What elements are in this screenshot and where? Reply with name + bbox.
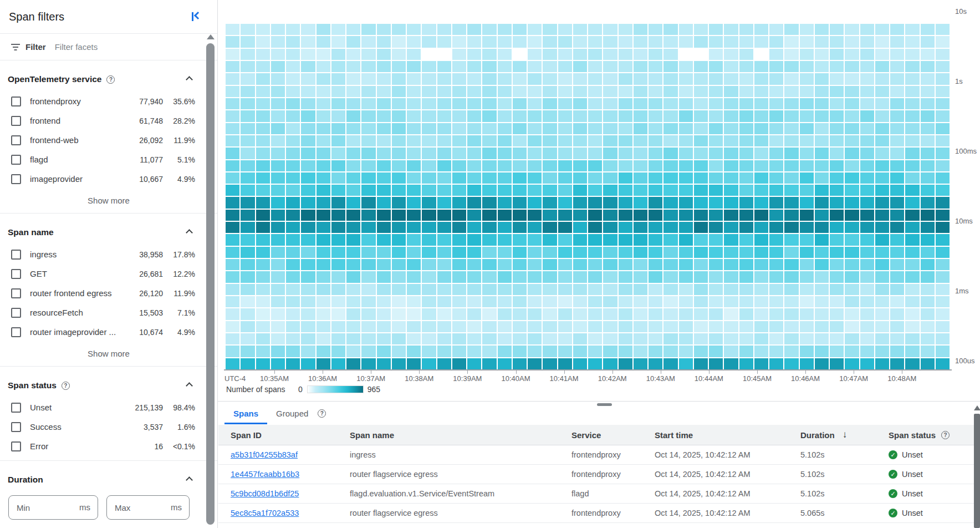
heatmap-cell[interactable]: [226, 333, 239, 344]
heatmap-cell[interactable]: [890, 185, 904, 196]
heatmap-cell[interactable]: [271, 210, 285, 221]
heatmap-cell[interactable]: [346, 73, 360, 84]
heatmap-cell[interactable]: [860, 259, 874, 270]
heatmap-cell[interactable]: [392, 259, 406, 270]
heatmap-cell[interactable]: [694, 148, 708, 159]
heatmap-cell[interactable]: [392, 222, 406, 233]
heatmap-cell[interactable]: [845, 73, 859, 84]
heatmap-cell[interactable]: [905, 259, 919, 270]
heatmap-cell[interactable]: [800, 185, 814, 196]
heatmap-cell[interactable]: [317, 333, 330, 344]
heatmap-cell[interactable]: [377, 135, 391, 146]
heatmap-cell[interactable]: [286, 210, 300, 221]
heatmap-cell[interactable]: [784, 308, 798, 319]
heatmap-cell[interactable]: [724, 24, 738, 35]
heatmap-cell[interactable]: [573, 197, 587, 208]
heatmap-cell[interactable]: [784, 172, 798, 184]
heatmap-cell[interactable]: [890, 346, 904, 357]
checkbox[interactable]: [11, 288, 21, 298]
heatmap-cell[interactable]: [271, 123, 285, 134]
heatmap-cell[interactable]: [286, 86, 300, 97]
heatmap-cell[interactable]: [226, 234, 239, 245]
heatmap-cell[interactable]: [845, 321, 859, 332]
heatmap-cell[interactable]: [482, 308, 496, 319]
heatmap-cell[interactable]: [603, 160, 617, 171]
heatmap-cell[interactable]: [467, 222, 481, 233]
heatmap-cell[interactable]: [769, 73, 783, 84]
heatmap-cell[interactable]: [679, 172, 693, 184]
heatmap-cell[interactable]: [452, 247, 466, 258]
heatmap-cell[interactable]: [588, 247, 602, 258]
heatmap-cell[interactable]: [845, 197, 859, 208]
heatmap-cell[interactable]: [936, 135, 950, 146]
heatmap-cell[interactable]: [649, 271, 662, 282]
heatmap-cell[interactable]: [815, 49, 829, 60]
heatmap-cell[interactable]: [936, 49, 950, 60]
heatmap-cell[interactable]: [634, 123, 647, 134]
heatmap-cell[interactable]: [422, 24, 436, 35]
heatmap-cell[interactable]: [588, 110, 602, 121]
heatmap-cell[interactable]: [663, 284, 677, 295]
heatmap-cell[interactable]: [226, 98, 239, 109]
heatmap-cell[interactable]: [649, 358, 662, 369]
heatmap-cell[interactable]: [361, 172, 375, 184]
heatmap-cell[interactable]: [422, 148, 436, 159]
checkbox[interactable]: [11, 269, 21, 279]
heatmap-cell[interactable]: [528, 210, 542, 221]
heatmap-cell[interactable]: [528, 308, 542, 319]
heatmap-cell[interactable]: [709, 49, 723, 60]
heatmap-cell[interactable]: [830, 197, 844, 208]
heatmap-cell[interactable]: [739, 110, 753, 121]
heatmap-cell[interactable]: [498, 222, 512, 233]
heatmap-cell[interactable]: [528, 333, 542, 344]
span-id-link[interactable]: 5c9bcd08d1b6df25: [231, 489, 299, 498]
heatmap-cell[interactable]: [875, 259, 889, 270]
heatmap-cell[interactable]: [694, 24, 708, 35]
heatmap-cell[interactable]: [663, 210, 677, 221]
heatmap-cell[interactable]: [301, 24, 315, 35]
heatmap-cell[interactable]: [679, 135, 693, 146]
heatmap-cell[interactable]: [663, 346, 677, 357]
heatmap-cell[interactable]: [346, 197, 360, 208]
heatmap-cell[interactable]: [271, 234, 285, 245]
heatmap-cell[interactable]: [317, 110, 330, 121]
heatmap-cell[interactable]: [392, 271, 406, 282]
heatmap-cell[interactable]: [361, 135, 375, 146]
heatmap-cell[interactable]: [346, 160, 360, 171]
heatmap-cell[interactable]: [815, 346, 829, 357]
heatmap-cell[interactable]: [649, 148, 662, 159]
heatmap-cell[interactable]: [346, 346, 360, 357]
heatmap-cell[interactable]: [573, 358, 587, 369]
heatmap-cell[interactable]: [467, 123, 481, 134]
heatmap-cell[interactable]: [482, 98, 496, 109]
heatmap-cell[interactable]: [226, 172, 239, 184]
heatmap-cell[interactable]: [498, 321, 512, 332]
heatmap-cell[interactable]: [498, 234, 512, 245]
heatmap-cell[interactable]: [558, 234, 572, 245]
heatmap-cell[interactable]: [422, 110, 436, 121]
heatmap-cell[interactable]: [361, 234, 375, 245]
heatmap-cell[interactable]: [679, 110, 693, 121]
heatmap-cell[interactable]: [317, 61, 330, 72]
heatmap-cell[interactable]: [769, 358, 783, 369]
heatmap-cell[interactable]: [875, 197, 889, 208]
heatmap-cell[interactable]: [921, 247, 935, 258]
heatmap-cell[interactable]: [800, 61, 814, 72]
heatmap-cell[interactable]: [694, 49, 708, 60]
heatmap-cell[interactable]: [663, 271, 677, 282]
heatmap-cell[interactable]: [921, 308, 935, 319]
sidebar-scrollbar[interactable]: [206, 43, 215, 525]
heatmap-cell[interactable]: [709, 123, 723, 134]
heatmap-cell[interactable]: [346, 271, 360, 282]
heatmap-cell[interactable]: [830, 36, 844, 47]
heatmap-cell[interactable]: [649, 259, 662, 270]
heatmap-cell[interactable]: [890, 73, 904, 84]
heatmap-cell[interactable]: [845, 135, 859, 146]
heatmap-cell[interactable]: [256, 73, 270, 84]
heatmap-cell[interactable]: [845, 222, 859, 233]
heatmap-cell[interactable]: [784, 135, 798, 146]
heatmap-cell[interactable]: [936, 284, 950, 295]
heatmap-cell[interactable]: [784, 61, 798, 72]
heatmap-cell[interactable]: [226, 61, 239, 72]
heatmap-cell[interactable]: [634, 271, 647, 282]
